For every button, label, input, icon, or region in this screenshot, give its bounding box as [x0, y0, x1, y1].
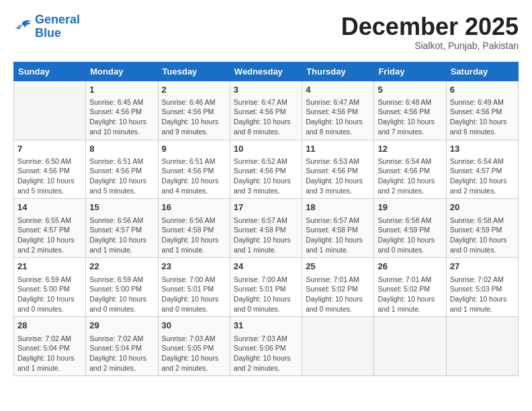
day-number: 7 [17, 143, 82, 155]
table-cell [374, 317, 446, 376]
table-cell: 4Sunrise: 6:47 AM Sunset: 4:56 PM Daylig… [302, 81, 374, 140]
day-info: Sunrise: 6:52 AM Sunset: 4:56 PM Dayligh… [234, 156, 298, 196]
day-info: Sunrise: 6:57 AM Sunset: 4:58 PM Dayligh… [234, 216, 298, 255]
table-cell: 29Sunrise: 7:02 AM Sunset: 5:04 PM Dayli… [86, 317, 158, 376]
day-number: 2 [162, 84, 226, 96]
table-cell: 31Sunrise: 7:03 AM Sunset: 5:06 PM Dayli… [230, 317, 302, 376]
day-number: 15 [89, 201, 154, 214]
logo-text: General Blue [35, 13, 80, 40]
day-info: Sunrise: 7:01 AM Sunset: 5:02 PM Dayligh… [306, 275, 370, 314]
day-info: Sunrise: 6:50 AM Sunset: 4:56 PM Dayligh… [17, 156, 82, 196]
day-info: Sunrise: 6:58 AM Sunset: 4:59 PM Dayligh… [378, 216, 442, 255]
day-number: 25 [306, 261, 370, 273]
day-number: 22 [89, 261, 154, 273]
col-monday: Monday [86, 62, 158, 81]
day-info: Sunrise: 6:59 AM Sunset: 5:00 PM Dayligh… [17, 275, 82, 314]
day-info: Sunrise: 6:54 AM Sunset: 4:57 PM Dayligh… [450, 156, 515, 196]
col-wednesday: Wednesday [230, 62, 302, 81]
logo: General Blue [13, 13, 80, 40]
week-row-2: 7Sunrise: 6:50 AM Sunset: 4:56 PM Daylig… [14, 140, 519, 199]
table-cell: 1Sunrise: 6:45 AM Sunset: 4:56 PM Daylig… [86, 81, 158, 140]
day-info: Sunrise: 6:54 AM Sunset: 4:56 PM Dayligh… [378, 156, 442, 196]
header-row: Sunday Monday Tuesday Wednesday Thursday… [14, 62, 519, 81]
day-info: Sunrise: 7:00 AM Sunset: 5:01 PM Dayligh… [162, 275, 226, 314]
col-saturday: Saturday [446, 62, 518, 81]
day-number: 10 [234, 143, 298, 155]
day-info: Sunrise: 6:56 AM Sunset: 4:58 PM Dayligh… [162, 216, 226, 255]
day-number: 13 [450, 143, 515, 155]
day-info: Sunrise: 7:01 AM Sunset: 5:02 PM Dayligh… [378, 275, 442, 314]
day-info: Sunrise: 7:02 AM Sunset: 5:04 PM Dayligh… [89, 334, 154, 373]
col-friday: Friday [374, 62, 446, 81]
day-info: Sunrise: 7:03 AM Sunset: 5:06 PM Dayligh… [234, 334, 298, 373]
table-cell: 7Sunrise: 6:50 AM Sunset: 4:56 PM Daylig… [14, 140, 86, 199]
table-cell: 15Sunrise: 6:56 AM Sunset: 4:57 PM Dayli… [86, 199, 158, 258]
day-info: Sunrise: 7:03 AM Sunset: 5:05 PM Dayligh… [162, 334, 226, 373]
week-row-4: 21Sunrise: 6:59 AM Sunset: 5:00 PM Dayli… [14, 258, 519, 317]
day-number: 4 [306, 84, 370, 96]
table-cell: 18Sunrise: 6:57 AM Sunset: 4:58 PM Dayli… [302, 199, 374, 258]
day-info: Sunrise: 6:59 AM Sunset: 5:00 PM Dayligh… [89, 275, 154, 314]
col-thursday: Thursday [302, 62, 374, 81]
table-cell [302, 317, 374, 376]
day-info: Sunrise: 6:51 AM Sunset: 4:56 PM Dayligh… [89, 156, 154, 196]
day-number: 20 [450, 201, 515, 214]
day-number: 29 [89, 320, 154, 332]
table-cell: 27Sunrise: 7:02 AM Sunset: 5:03 PM Dayli… [446, 258, 518, 317]
table-cell: 11Sunrise: 6:53 AM Sunset: 4:56 PM Dayli… [302, 140, 374, 199]
col-sunday: Sunday [14, 62, 86, 81]
table-cell: 6Sunrise: 6:49 AM Sunset: 4:56 PM Daylig… [446, 81, 518, 140]
day-info: Sunrise: 6:45 AM Sunset: 4:56 PM Dayligh… [89, 97, 154, 137]
table-cell: 12Sunrise: 6:54 AM Sunset: 4:56 PM Dayli… [374, 140, 446, 199]
day-number: 5 [378, 84, 442, 96]
day-info: Sunrise: 6:53 AM Sunset: 4:56 PM Dayligh… [306, 156, 370, 196]
week-row-1: 1Sunrise: 6:45 AM Sunset: 4:56 PM Daylig… [14, 81, 519, 140]
day-number: 6 [450, 84, 515, 96]
day-info: Sunrise: 6:56 AM Sunset: 4:57 PM Dayligh… [89, 216, 154, 255]
table-cell: 30Sunrise: 7:03 AM Sunset: 5:05 PM Dayli… [158, 317, 230, 376]
day-number: 23 [162, 261, 226, 273]
table-cell [14, 81, 86, 140]
day-number: 31 [234, 320, 298, 332]
day-info: Sunrise: 6:55 AM Sunset: 4:57 PM Dayligh… [17, 216, 82, 255]
day-info: Sunrise: 6:46 AM Sunset: 4:56 PM Dayligh… [162, 97, 226, 137]
day-info: Sunrise: 6:57 AM Sunset: 4:58 PM Dayligh… [306, 216, 370, 255]
table-cell: 26Sunrise: 7:01 AM Sunset: 5:02 PM Dayli… [374, 258, 446, 317]
logo-bird-icon [13, 19, 32, 35]
calendar-header: Sunday Monday Tuesday Wednesday Thursday… [14, 62, 519, 81]
day-number: 30 [162, 320, 226, 332]
table-cell: 22Sunrise: 6:59 AM Sunset: 5:00 PM Dayli… [86, 258, 158, 317]
month-title: December 2025 [341, 13, 519, 40]
day-number: 3 [234, 84, 298, 96]
day-info: Sunrise: 6:48 AM Sunset: 4:56 PM Dayligh… [378, 97, 442, 137]
table-cell: 2Sunrise: 6:46 AM Sunset: 4:56 PM Daylig… [158, 81, 230, 140]
table-cell: 16Sunrise: 6:56 AM Sunset: 4:58 PM Dayli… [158, 199, 230, 258]
calendar-body: 1Sunrise: 6:45 AM Sunset: 4:56 PM Daylig… [14, 81, 519, 376]
day-info: Sunrise: 7:00 AM Sunset: 5:01 PM Dayligh… [234, 275, 298, 314]
day-number: 18 [306, 201, 370, 214]
day-number: 19 [378, 201, 442, 214]
day-number: 11 [306, 143, 370, 155]
day-number: 9 [162, 143, 226, 155]
location-subtitle: Sialkot, Punjab, Pakistan [341, 40, 519, 51]
day-number: 14 [17, 201, 82, 214]
day-number: 8 [89, 143, 154, 155]
day-number: 27 [450, 261, 515, 273]
week-row-3: 14Sunrise: 6:55 AM Sunset: 4:57 PM Dayli… [14, 199, 519, 258]
day-number: 28 [17, 320, 82, 332]
table-cell: 19Sunrise: 6:58 AM Sunset: 4:59 PM Dayli… [374, 199, 446, 258]
day-number: 1 [89, 84, 154, 96]
page-header: General Blue December 2025 Sialkot, Punj… [13, 13, 519, 51]
day-info: Sunrise: 6:47 AM Sunset: 4:56 PM Dayligh… [306, 97, 370, 137]
table-cell: 25Sunrise: 7:01 AM Sunset: 5:02 PM Dayli… [302, 258, 374, 317]
table-cell [446, 317, 518, 376]
table-cell: 17Sunrise: 6:57 AM Sunset: 4:58 PM Dayli… [230, 199, 302, 258]
week-row-5: 28Sunrise: 7:02 AM Sunset: 5:04 PM Dayli… [14, 317, 519, 376]
table-cell: 9Sunrise: 6:51 AM Sunset: 4:56 PM Daylig… [158, 140, 230, 199]
day-number: 17 [234, 201, 298, 214]
table-cell: 28Sunrise: 7:02 AM Sunset: 5:04 PM Dayli… [14, 317, 86, 376]
day-info: Sunrise: 6:49 AM Sunset: 4:56 PM Dayligh… [450, 97, 515, 137]
day-number: 16 [162, 201, 226, 214]
calendar-table: Sunday Monday Tuesday Wednesday Thursday… [13, 62, 519, 377]
day-number: 26 [378, 261, 442, 273]
